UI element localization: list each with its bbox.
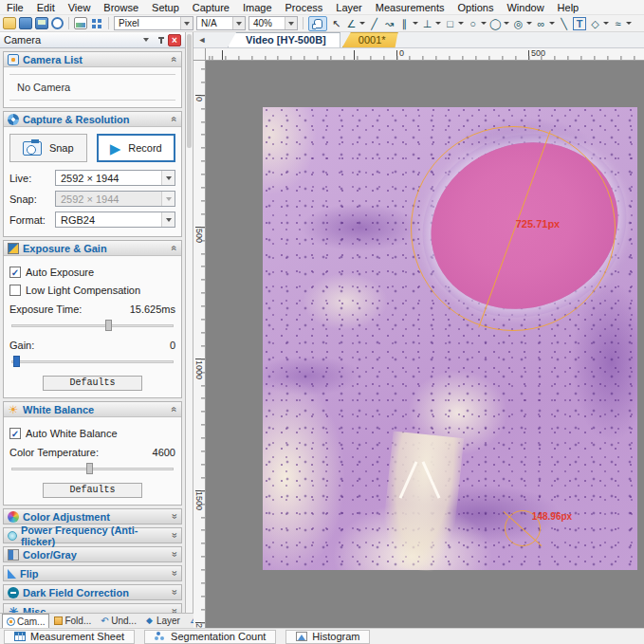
expand-icon[interactable]: «	[170, 590, 180, 596]
chevron-down-icon[interactable]	[458, 22, 464, 25]
chevron-down-icon[interactable]	[359, 22, 365, 25]
zoom-select[interactable]: 40%	[248, 16, 298, 30]
tab-image-document[interactable]: 0001*	[342, 32, 398, 47]
color-adjustment-header[interactable]: Color Adjustment «	[3, 508, 182, 524]
nav-left-icon[interactable]: ◄	[193, 32, 211, 47]
tab-layer[interactable]: ◆ Layer	[141, 614, 185, 628]
hand-tool-icon[interactable]	[308, 16, 327, 31]
chevron-down-icon[interactable]	[481, 22, 487, 25]
expand-icon[interactable]: «	[170, 571, 180, 577]
arc-tool-icon[interactable]: ╲	[558, 16, 570, 31]
chevron-down-icon[interactable]	[232, 17, 245, 29]
collapse-icon[interactable]: «	[170, 117, 180, 122]
menu-help[interactable]: Help	[551, 0, 586, 15]
menu-measurements[interactable]: Measurements	[369, 0, 451, 15]
measurement-sheet-button[interactable]: Measurement Sheet	[4, 630, 135, 644]
white-balance-defaults-button[interactable]: Defaults	[43, 483, 142, 498]
collapse-icon[interactable]: «	[170, 246, 180, 251]
menu-edit[interactable]: Edit	[30, 0, 62, 15]
panel-scrollbar[interactable]	[186, 32, 193, 613]
record-button[interactable]: ▶ Record	[97, 134, 176, 162]
angle-tool-icon[interactable]: ∠	[345, 16, 358, 31]
low-light-checkbox[interactable]	[9, 285, 21, 296]
scrollbar-thumb[interactable]	[187, 34, 192, 148]
slider-thumb[interactable]	[105, 320, 112, 331]
concentric-circle-tool-icon[interactable]: ◎	[512, 16, 524, 31]
quick-capture-icon[interactable]	[51, 17, 64, 29]
ellipse-tool-icon[interactable]: ○	[467, 16, 479, 31]
save-as-icon[interactable]	[35, 17, 48, 29]
menu-file[interactable]: File	[0, 0, 30, 15]
tab-camera[interactable]: Cam...	[2, 614, 49, 628]
color-temperature-slider[interactable]	[11, 462, 174, 475]
menu-browse[interactable]: Browse	[97, 0, 145, 15]
parallel-tool-icon[interactable]: ∥	[398, 16, 411, 31]
collapse-icon[interactable]: «	[170, 407, 180, 413]
slider-thumb[interactable]	[86, 463, 93, 474]
expand-icon[interactable]: «	[170, 514, 180, 520]
exposure-defaults-button[interactable]: Defaults	[43, 376, 142, 391]
chevron-down-icon[interactable]	[504, 22, 509, 25]
select-arrow-icon[interactable]: ↖	[330, 16, 342, 31]
perpendicular-tool-icon[interactable]: ⊥	[421, 16, 433, 31]
chevron-down-icon[interactable]	[526, 22, 532, 25]
polyline-tool-icon[interactable]: ↝	[383, 16, 396, 31]
image-canvas[interactable]: 725.71px 148.96px	[206, 61, 644, 628]
menu-window[interactable]: Window	[500, 0, 550, 15]
slider-thumb[interactable]	[13, 356, 20, 367]
chevron-down-icon[interactable]	[285, 17, 297, 29]
link-annotation-tool-icon[interactable]: ∞	[535, 16, 547, 31]
text-tool-icon[interactable]: T	[573, 17, 586, 30]
collapse-icon[interactable]: «	[170, 57, 180, 63]
chevron-down-icon[interactable]	[413, 22, 418, 25]
circle-tool-icon[interactable]: ◯	[489, 16, 502, 31]
dark-field-header[interactable]: Dark Field Correction «	[3, 584, 182, 600]
expand-icon[interactable]: «	[170, 533, 180, 539]
wave-tool-icon[interactable]: ≈	[612, 16, 624, 31]
live-resolution-select[interactable]: 2592 × 1944	[55, 170, 175, 186]
tab-folders[interactable]: Fold...	[49, 614, 96, 628]
polygon-tool-icon[interactable]: ◇	[589, 16, 601, 31]
expand-icon[interactable]: «	[170, 552, 180, 558]
capture-resolution-header[interactable]: Capture & Resolution «	[4, 112, 181, 127]
flip-header[interactable]: Flip «	[3, 565, 182, 581]
panel-menu-icon[interactable]	[139, 34, 153, 46]
chevron-down-icon[interactable]	[161, 212, 175, 227]
magnification-select[interactable]: N/A	[196, 16, 246, 30]
format-select[interactable]: RGB24	[55, 212, 175, 228]
pin-icon[interactable]	[155, 34, 168, 46]
menu-setup[interactable]: Setup	[145, 0, 186, 15]
power-frequency-header[interactable]: Power Frequency (Anti-flicker) «	[3, 527, 182, 543]
menu-process[interactable]: Process	[279, 0, 330, 15]
histogram-button[interactable]: Histogram	[285, 630, 370, 644]
auto-white-balance-checkbox[interactable]: ✓	[9, 428, 21, 439]
unit-select[interactable]: Pixel	[114, 16, 193, 30]
line-tool-icon[interactable]: ╱	[368, 16, 380, 31]
misc-header[interactable]: ✳ Misc «	[3, 603, 182, 613]
menu-image[interactable]: Image	[236, 0, 279, 15]
menu-layer[interactable]: Layer	[329, 0, 369, 15]
chevron-down-icon[interactable]	[180, 17, 193, 29]
close-icon[interactable]: ×	[168, 34, 181, 46]
auto-exposure-checkbox[interactable]: ✓	[9, 267, 21, 278]
menu-view[interactable]: View	[62, 0, 98, 15]
chevron-down-icon[interactable]	[626, 22, 632, 25]
browse-images-icon[interactable]	[74, 17, 87, 29]
exposure-time-slider[interactable]	[11, 319, 174, 332]
white-balance-header[interactable]: ☀ White Balance «	[4, 402, 181, 417]
snap-button[interactable]: Snap	[9, 134, 87, 162]
open-file-icon[interactable]	[3, 17, 16, 29]
chevron-down-icon[interactable]	[161, 171, 175, 185]
segmentation-count-button[interactable]: Segmentation Count	[144, 630, 276, 644]
rectangle-tool-icon[interactable]: □	[444, 16, 456, 31]
gain-slider[interactable]	[11, 355, 174, 368]
menu-capture[interactable]: Capture	[186, 0, 236, 15]
chevron-down-icon[interactable]	[549, 22, 555, 25]
save-icon[interactable]	[19, 17, 32, 29]
chevron-down-icon[interactable]	[435, 22, 441, 25]
chevron-down-icon[interactable]	[603, 22, 609, 25]
thumbnail-grid-icon[interactable]	[90, 17, 103, 29]
exposure-gain-header[interactable]: Exposure & Gain «	[4, 241, 181, 256]
menu-options[interactable]: Options	[451, 0, 501, 15]
tab-undo[interactable]: ↶ Und...	[96, 614, 141, 628]
